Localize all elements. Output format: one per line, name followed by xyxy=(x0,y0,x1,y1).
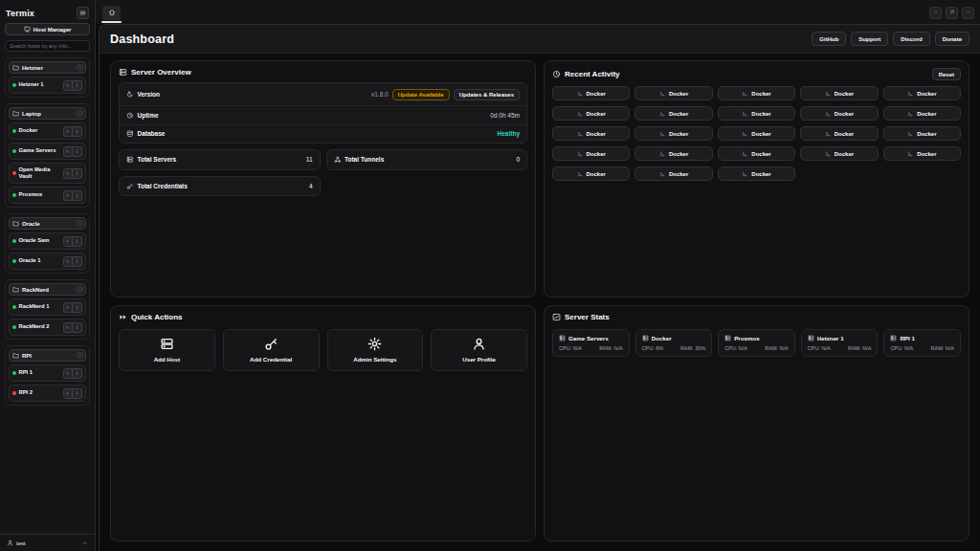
update-available-button[interactable]: Update Available xyxy=(392,89,450,100)
host-menu-button[interactable] xyxy=(73,302,82,313)
chevron-down-button[interactable] xyxy=(929,7,942,19)
folder-toggle-racknerd[interactable]: RackNerd xyxy=(9,283,86,296)
activity-item-button[interactable]: Docker xyxy=(718,86,795,100)
status-dot xyxy=(12,391,16,395)
activity-item-button[interactable]: Docker xyxy=(883,106,961,121)
header-button-donate[interactable]: Donate xyxy=(935,32,969,46)
activity-item-button[interactable]: Docker xyxy=(883,146,961,161)
activity-item-label: Docker xyxy=(835,111,854,117)
host-item-proxmox[interactable]: Proxmox xyxy=(9,187,86,204)
host-terminal-button[interactable] xyxy=(63,388,73,399)
sidebar-footer[interactable]: test xyxy=(0,534,95,548)
updates-releases-button[interactable]: Updates & Releases xyxy=(454,89,520,100)
host-terminal-button[interactable] xyxy=(63,322,73,333)
wrench-button[interactable] xyxy=(946,7,958,19)
host-item-oracle-1[interactable]: Oracle 1 xyxy=(9,253,86,270)
host-item-open-media-vault[interactable]: Open Media Vault xyxy=(9,163,86,184)
host-item-docker[interactable]: Docker xyxy=(9,122,86,140)
chevron-up-button[interactable] xyxy=(962,7,974,19)
host-terminal-button[interactable] xyxy=(63,256,73,267)
host-terminal-button[interactable] xyxy=(63,302,73,313)
host-terminal-button[interactable] xyxy=(63,168,73,179)
activity-item-label: Docker xyxy=(751,151,770,157)
activity-item-button[interactable]: Docker xyxy=(718,166,795,181)
host-menu-button[interactable] xyxy=(73,190,82,201)
host-menu-button[interactable] xyxy=(73,322,82,333)
quick-action-add-credential[interactable]: Add Credential xyxy=(223,329,320,371)
host-menu-button[interactable] xyxy=(73,146,82,157)
activity-item-button[interactable]: Docker xyxy=(883,126,961,141)
reset-button[interactable]: Reset xyxy=(932,68,961,80)
header-button-discord[interactable]: Discord xyxy=(893,32,929,46)
host-menu-button[interactable] xyxy=(73,236,82,247)
sidebar-menu-button[interactable] xyxy=(77,7,89,19)
activity-item-button[interactable]: Docker xyxy=(552,126,630,141)
quick-action-add-host[interactable]: Add Host xyxy=(119,329,215,371)
host-menu-button[interactable] xyxy=(73,126,82,137)
host-item-hetzner-1[interactable]: Hetzner 1 xyxy=(9,77,86,94)
activity-item-button[interactable]: Docker xyxy=(718,146,795,161)
host-terminal-button[interactable] xyxy=(63,190,73,201)
activity-item-label: Docker xyxy=(917,151,936,157)
activity-item-button[interactable]: Docker xyxy=(883,86,961,100)
host-menu-button[interactable] xyxy=(73,256,82,267)
quick-action-user-profile[interactable]: User Profile xyxy=(431,329,527,371)
activity-item-button[interactable]: Docker xyxy=(552,146,630,161)
activity-item-button[interactable]: Docker xyxy=(552,166,630,181)
activity-item-button[interactable]: Docker xyxy=(552,106,630,121)
activity-item-button[interactable]: Docker xyxy=(718,106,795,121)
header-button-support[interactable]: Support xyxy=(851,32,888,46)
quick-action-admin-settings[interactable]: Admin Settings xyxy=(327,329,424,371)
activity-item-button[interactable]: Docker xyxy=(800,146,878,161)
tab-home[interactable] xyxy=(102,6,121,20)
activity-item-button[interactable]: Docker xyxy=(635,106,712,121)
host-terminal-button[interactable] xyxy=(63,368,73,379)
host-terminal-button[interactable] xyxy=(63,126,73,137)
host-item-rpi-1[interactable]: RPI 1 xyxy=(9,364,86,382)
database-row: Database Healthy xyxy=(120,124,526,143)
activity-item-button[interactable]: Docker xyxy=(800,86,878,100)
quick-action-label: User Profile xyxy=(462,356,496,363)
activity-item-button[interactable]: Docker xyxy=(635,146,712,161)
activity-item-button[interactable]: Docker xyxy=(552,86,630,100)
host-manager-button[interactable]: Host Manager xyxy=(5,23,90,35)
host-search-input[interactable] xyxy=(5,40,90,52)
host-item-racknerd-1[interactable]: RackNerd 1 xyxy=(9,298,86,316)
host-terminal-button[interactable] xyxy=(63,80,73,91)
host-terminal-button[interactable] xyxy=(63,236,73,247)
terminal-icon xyxy=(66,325,70,329)
host-item-racknerd-2[interactable]: RackNerd 2 xyxy=(9,319,86,336)
activity-item-button[interactable]: Docker xyxy=(635,86,712,100)
folder-toggle-rpi[interactable]: RPI xyxy=(9,349,86,362)
terminal-icon xyxy=(659,111,665,117)
activity-item-button[interactable]: Docker xyxy=(800,106,878,121)
host-terminal-button[interactable] xyxy=(63,146,73,157)
folder-toggle-laptop[interactable]: Laptop xyxy=(9,107,86,120)
activity-item-button[interactable]: Docker xyxy=(635,166,712,181)
status-dot xyxy=(12,325,16,329)
tab-controls xyxy=(929,7,974,19)
terminal-icon xyxy=(577,151,583,157)
activity-item-button[interactable]: Docker xyxy=(635,126,712,141)
terminal-icon xyxy=(66,171,70,175)
total-stat-total-tunnels: Total Tunnels0 xyxy=(326,149,528,170)
host-item-game-servers[interactable]: Game Servers xyxy=(9,143,86,160)
host-name: RPI 1 xyxy=(19,369,61,377)
terminal-icon xyxy=(825,151,831,157)
activity-item-button[interactable]: Docker xyxy=(800,126,878,141)
folder-toggle-oracle[interactable]: Oracle xyxy=(9,217,86,230)
folder-toggle-hetzner[interactable]: Hetzner xyxy=(9,61,86,74)
activity-item-label: Docker xyxy=(917,91,936,97)
menu-icon xyxy=(79,10,86,16)
activity-item-button[interactable]: Docker xyxy=(718,126,795,141)
header-button-github[interactable]: GitHub xyxy=(812,32,846,46)
host-menu-button[interactable] xyxy=(73,80,82,91)
host-menu-button[interactable] xyxy=(73,388,82,399)
host-menu-button[interactable] xyxy=(73,368,82,379)
host-item-oracle-sam[interactable]: Oracle Sam xyxy=(9,232,86,250)
host-item-rpi-2[interactable]: RPI 2 xyxy=(9,385,86,402)
sidebar-folders: HetznerHetzner 1LaptopDockerGame Servers… xyxy=(5,57,90,530)
version-row: Version v1.8.0 Update Available Updates … xyxy=(120,83,526,105)
host-menu-button[interactable] xyxy=(73,168,82,179)
footer-username: test xyxy=(16,540,26,546)
